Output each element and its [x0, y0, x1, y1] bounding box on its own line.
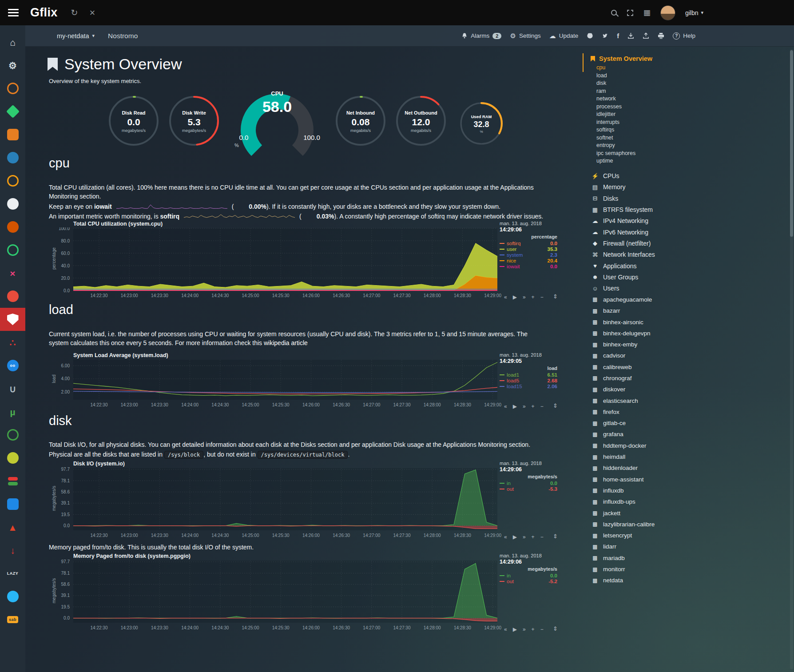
menu-item-user-groups[interactable]: ☻User Groups	[583, 271, 778, 282]
update-button[interactable]: ☁ Update	[549, 32, 579, 40]
menu-app-item-diskover[interactable]: ▩diskover	[583, 384, 778, 395]
apps-grid-icon[interactable]: ▦	[643, 8, 651, 17]
menu-app-item-lidarr[interactable]: ▩lidarr	[583, 541, 778, 552]
app-icon[interactable]	[0, 423, 25, 446]
menu-app-item-monitorr[interactable]: ▩monitorr	[583, 564, 778, 575]
menu-app-item-heimdall[interactable]: ▩heimdall	[583, 451, 778, 462]
app-icon[interactable]	[0, 493, 25, 516]
app-icon[interactable]	[0, 446, 25, 469]
menu-app-item-jackett[interactable]: ▩jackett	[583, 507, 778, 518]
gauge-disk-write[interactable]: Disk Write5.3megabytes/s	[167, 94, 221, 147]
legend-item[interactable]: user35.3	[500, 246, 557, 252]
chart-canvas[interactable]: 97.778.158.639.119.50.014:22:3014:23:001…	[25, 560, 563, 633]
help-button[interactable]: ? Help	[673, 32, 695, 40]
menu-item-cpus[interactable]: ⚡CPUs	[583, 171, 778, 182]
menu-app-item-influxdb-ups[interactable]: ▩influxdb-ups	[583, 496, 778, 507]
avatar[interactable]	[660, 5, 675, 20]
chart-pan-right-button[interactable]: »	[523, 534, 526, 540]
app-icon[interactable]	[0, 192, 25, 215]
menu-app-item-hiddenloader[interactable]: ▩hiddenloader	[583, 462, 778, 473]
chart-resize-handle[interactable]: ⇕	[553, 533, 558, 540]
app-icon[interactable]	[0, 100, 25, 123]
app-icon[interactable]	[0, 215, 25, 239]
chart-zoom-in-button[interactable]: +	[532, 534, 535, 540]
submenu-item-load[interactable]: load	[583, 72, 778, 80]
menu-item-ipv4-networking[interactable]: ☁IPv4 Networking	[583, 215, 778, 227]
menu-item-btrfs-filesystem[interactable]: ▦BTRFS filesystem	[583, 204, 778, 215]
chart-zoom-in-button[interactable]: +	[532, 294, 535, 300]
cpu-chart[interactable]: Total CPU utilization (system.cpu) perce…	[25, 222, 563, 310]
gauge-net-outbound[interactable]: Net Outbound12.0megabits/s	[394, 94, 448, 147]
app-icon[interactable]	[0, 169, 25, 192]
chart-canvas[interactable]: 100.080.060.040.020.00.014:22:3014:23:00…	[25, 227, 563, 301]
app-icon[interactable]: oo	[0, 354, 25, 377]
app-icon[interactable]	[0, 239, 25, 262]
chart-play-button[interactable]: ▶	[513, 626, 517, 632]
gauge-net-inbound[interactable]: Net Inbound0.08megabits/s	[334, 94, 387, 147]
legend-item[interactable]: out-5.2	[500, 578, 557, 584]
settings-button[interactable]: ⚙ Settings	[510, 32, 540, 40]
menu-item-system-overview[interactable]: System Overview	[583, 53, 778, 64]
import-icon[interactable]	[627, 32, 634, 39]
legend-item[interactable]: load16.51	[500, 372, 557, 378]
menu-app-item-letsencrypt[interactable]: ▩letsencrypt	[583, 530, 778, 541]
menu-app-item-elasticsearch[interactable]: ▩elasticsearch	[583, 395, 778, 406]
search-icon[interactable]	[611, 10, 617, 16]
export-icon[interactable]	[643, 32, 649, 39]
app-icon[interactable]: LAZY	[0, 562, 25, 585]
menu-app-item-binhex-emby[interactable]: ▩binhex-emby	[583, 339, 778, 350]
submenu-item-processes[interactable]: processes	[583, 103, 778, 111]
chart-pan-right-button[interactable]: »	[523, 626, 526, 632]
scrollbar-thumb[interactable]	[790, 50, 793, 237]
close-icon[interactable]: ×	[89, 7, 95, 19]
pgpgio-chart[interactable]: Memory Paged from/to disk (system.pgpgio…	[25, 554, 563, 643]
user-menu[interactable]: gilbn ▾	[685, 9, 703, 16]
wikipedia-link[interactable]: wikipedia article	[264, 339, 308, 346]
chart-resize-handle[interactable]: ⇕	[553, 293, 558, 300]
legend-item[interactable]: system2.3	[500, 252, 557, 258]
menu-item-ipv6-networking[interactable]: ☁IPv6 Networking	[583, 227, 778, 238]
chart-canvas[interactable]: 6.004.002.0014:22:3014:23:0014:23:3014:2…	[25, 359, 563, 410]
chart-zoom-out-button[interactable]: −	[540, 403, 544, 410]
chart-zoom-in-button[interactable]: +	[532, 626, 535, 632]
facebook-icon[interactable]: f	[617, 32, 619, 40]
app-icon[interactable]: ↓	[0, 539, 25, 562]
chart-play-button[interactable]: ▶	[513, 403, 517, 410]
legend-item[interactable]: in0.0	[500, 480, 557, 486]
menu-item-applications[interactable]: ♥Applications	[583, 260, 778, 271]
menu-icon[interactable]	[8, 9, 19, 16]
menu-app-item-bazarr[interactable]: ▩bazarr	[583, 305, 778, 316]
menu-app-item-apacheguacamole[interactable]: ▩apacheguacamole	[583, 294, 778, 305]
menu-item-memory[interactable]: ▤Memory	[583, 182, 778, 193]
gauge-used-ram[interactable]: Used RAM32.8%	[459, 101, 504, 146]
legend-item[interactable]: load152.06	[500, 383, 557, 389]
menu-item-users[interactable]: ☺Users	[583, 282, 778, 294]
menu-item-disks[interactable]: ⊟Disks	[583, 193, 778, 204]
app-icon[interactable]: sab	[0, 608, 25, 631]
app-icon[interactable]	[0, 285, 25, 308]
chart-zoom-out-button[interactable]: −	[540, 534, 544, 540]
submenu-item-ram[interactable]: ram	[583, 87, 778, 95]
fullscreen-icon[interactable]	[627, 9, 634, 16]
submenu-item-softirqs[interactable]: softirqs	[583, 126, 778, 134]
chart-canvas[interactable]: 97.778.158.639.119.50.014:22:3014:23:001…	[25, 467, 563, 541]
chart-pan-left-button[interactable]: «	[504, 294, 507, 300]
menu-item-firewall-netfilter-[interactable]: ◆Firewall (netfilter)	[583, 238, 778, 249]
submenu-item-interrupts[interactable]: interrupts	[583, 119, 778, 127]
chart-zoom-out-button[interactable]: −	[540, 294, 544, 300]
menu-app-item-mariadb[interactable]: ▩mariadb	[583, 553, 778, 564]
legend-item[interactable]: softirq0.0	[500, 240, 557, 246]
disk-chart[interactable]: Disk I/O (system.io) megabytes/s 97.778.…	[25, 461, 563, 550]
scrollbar[interactable]	[790, 49, 793, 669]
chart-pan-left-button[interactable]: «	[504, 403, 507, 410]
app-icon[interactable]: ∪	[0, 377, 25, 400]
legend-item[interactable]: out-5.3	[500, 486, 557, 492]
app-icon[interactable]	[0, 585, 25, 608]
refresh-icon[interactable]: ↻	[71, 8, 78, 18]
submenu-item-disk[interactable]: disk	[583, 80, 778, 87]
chart-zoom-out-button[interactable]: −	[540, 626, 544, 632]
print-icon[interactable]	[658, 33, 664, 39]
chart-pan-right-button[interactable]: »	[523, 294, 526, 300]
app-icon[interactable]	[0, 123, 25, 146]
menu-app-item-firefox[interactable]: ▩firefox	[583, 406, 778, 418]
